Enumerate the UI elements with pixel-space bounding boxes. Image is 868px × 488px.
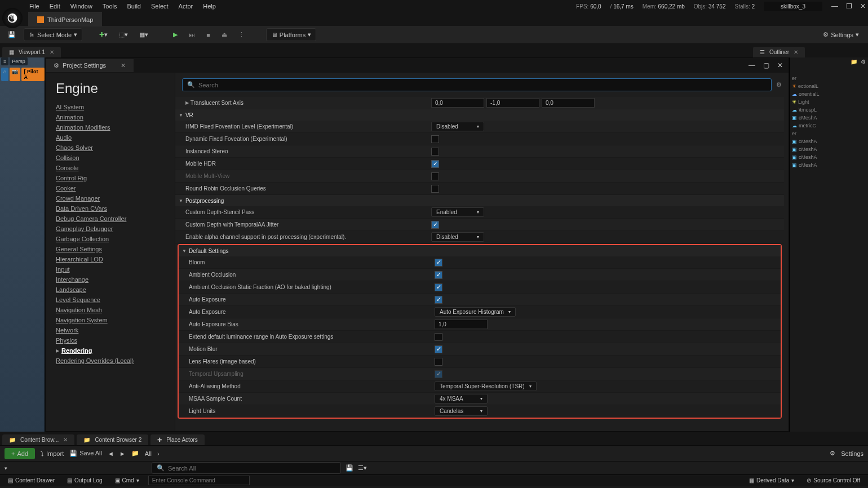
stop-icon[interactable]: ■ (203, 29, 214, 41)
history-fwd-icon[interactable]: ► (119, 450, 126, 457)
sidebar-item-garbage-collection[interactable]: Garbage Collection (56, 234, 175, 244)
sidebar-item-collision[interactable]: Collision (56, 153, 175, 163)
tab-project-settings[interactable]: ⚙ Project Settings ✕ (46, 59, 134, 72)
camera-icon[interactable]: 📷 (10, 68, 20, 81)
add-content-icon[interactable]: ✚▾ (96, 29, 111, 41)
outliner-item[interactable]: ☁onentialL (790, 90, 868, 98)
sidebar-item-navigation-mesh[interactable]: Navigation Mesh (56, 305, 175, 315)
instanced-stereo-checkbox[interactable] (431, 148, 439, 156)
menu-file[interactable]: File (29, 3, 39, 10)
auto-exposure-checkbox[interactable]: ✓ (435, 296, 442, 304)
sidebar-item-hierarchical-lod[interactable]: Hierarchical LOD (56, 254, 175, 264)
perspective-dropdown[interactable]: Persp (10, 57, 28, 65)
mobile-hdr-checkbox[interactable]: ✓ (431, 160, 439, 168)
sidebar-item-landscape[interactable]: Landscape (56, 285, 175, 295)
sidebar-item-console[interactable]: Console (56, 163, 175, 173)
round-robin-occlusion-checkbox[interactable] (431, 185, 439, 193)
tab-content-browser[interactable]: 📁Content Brow...✕ (2, 434, 74, 445)
tsa-x-input[interactable]: 0,0 (431, 98, 484, 108)
tsa-z-input[interactable]: 0,0 (542, 98, 595, 108)
sidebar-item-physics[interactable]: Physics (56, 335, 175, 345)
extend-luminance-checkbox[interactable] (435, 333, 442, 341)
search-input[interactable]: 🔍 (182, 78, 772, 91)
sidebar-item-network[interactable]: Network (56, 325, 175, 335)
menu-select[interactable]: Select (151, 3, 169, 10)
sidebar-item-animation[interactable]: Animation (56, 112, 175, 122)
outliner-item[interactable]: ☀Light (790, 98, 868, 106)
expand-icon[interactable]: ▶ (185, 100, 189, 105)
skip-icon[interactable]: ⏭ (185, 29, 198, 41)
tab-level[interactable]: ThirdPersonMap (28, 12, 102, 26)
outliner-item[interactable]: er (790, 130, 868, 137)
sidebar-item-level-sequence[interactable]: Level Sequence (56, 295, 175, 305)
minimize-icon[interactable]: — (749, 61, 755, 69)
category-default-settings[interactable]: ▼Default Settings (179, 245, 781, 256)
user-badge[interactable]: skillbox_3 (764, 2, 822, 11)
cmd-dropdown[interactable]: ▣Cmd▾ (112, 476, 143, 485)
viewport-menu[interactable]: ≡ (1, 57, 8, 65)
sidebar-item-navigation-system[interactable]: Navigation System (56, 315, 175, 325)
menu-actor[interactable]: Actor (179, 3, 193, 10)
content-drawer-button[interactable]: ▤Content Drawer (5, 476, 58, 485)
minimize-icon[interactable]: — (831, 2, 838, 10)
light-units-dropdown[interactable]: Candelas▾ (435, 406, 488, 416)
import-button[interactable]: ⤵Import (41, 450, 64, 457)
outliner-item[interactable]: ▣cMeshA (790, 161, 868, 169)
outliner-item[interactable]: ▣cMeshA (790, 145, 868, 153)
play-icon[interactable]: ▶ (170, 29, 181, 41)
alpha-channel-dropdown[interactable]: Disabled▾ (431, 232, 484, 242)
filter-icon[interactable]: ☰▾ (358, 464, 367, 472)
sidebar-item-data-driven-cvars[interactable]: Data Driven CVars (56, 203, 175, 214)
folder-icon[interactable]: 📁 (131, 450, 139, 457)
category-postprocessing[interactable]: ▼Postprocessing (175, 195, 784, 206)
menu-help[interactable]: Help (203, 3, 216, 10)
save-icon[interactable]: 💾 (5, 29, 19, 41)
category-vr[interactable]: ▼VR (175, 109, 784, 121)
sidebar-item-audio[interactable]: Audio (56, 132, 175, 143)
menu-build[interactable]: Build (127, 3, 141, 10)
menu-window[interactable]: Window (70, 3, 92, 10)
output-log-button[interactable]: ▤Output Log (64, 476, 105, 485)
gear-icon[interactable]: ⚙ (861, 59, 866, 65)
motion-blur-checkbox[interactable]: ✓ (435, 345, 442, 353)
sidebar-item-general-settings[interactable]: General Settings (56, 244, 175, 254)
outliner-item[interactable]: ▣cMeshA (790, 114, 868, 122)
sidebar-item-rendering[interactable]: Rendering (61, 345, 92, 356)
history-back-icon[interactable]: ◄ (108, 450, 114, 457)
sidebar-item-gameplay-debugger[interactable]: Gameplay Debugger (56, 224, 175, 234)
console-input[interactable] (148, 476, 250, 485)
tab-place-actors[interactable]: ✚Place Actors (150, 434, 205, 445)
close-icon[interactable]: ✕ (794, 49, 798, 55)
gear-icon[interactable]: ⚙ (830, 450, 835, 457)
sidebar-item-interchange[interactable]: Interchange (56, 274, 175, 285)
close-icon[interactable]: ✕ (860, 2, 866, 10)
sidebar-item-chaos-solver[interactable]: Chaos Solver (56, 143, 175, 153)
custom-depth-stencil-dropdown[interactable]: Enabled▾ (431, 207, 484, 217)
close-icon[interactable]: ✕ (777, 61, 783, 69)
save-all-button[interactable]: 💾Save All (69, 450, 102, 457)
sidebar-item-animation-modifiers[interactable]: Animation Modifiers (56, 122, 175, 132)
new-folder-icon[interactable]: 📁 (851, 59, 857, 65)
derived-data-button[interactable]: ▦Derived Data▾ (746, 476, 798, 485)
outliner-item[interactable]: ☀ectionalL (790, 82, 868, 90)
save-view-icon[interactable]: 💾 (346, 464, 353, 472)
content-search-input[interactable]: 🔍 (152, 462, 341, 474)
anti-aliasing-dropdown[interactable]: Temporal Super-Resolution (TSR)▾ (435, 381, 537, 391)
outliner-item[interactable]: ☁\tmospL (790, 106, 868, 114)
outliner-item[interactable]: ☁metricC (790, 122, 868, 130)
bloom-checkbox[interactable]: ✓ (435, 259, 442, 267)
settings-dropdown[interactable]: ⚙ Settings ▾ (818, 29, 863, 41)
outliner-item[interactable]: ▣cMeshA (790, 137, 868, 145)
select-mode-dropdown[interactable]: 🖱 Select Mode ▾ (24, 28, 82, 41)
maximize-icon[interactable]: ❐ (846, 2, 852, 10)
lens-flares-checkbox[interactable] (435, 358, 442, 366)
tab-viewport[interactable]: ▦ Viewport 1 ✕ (2, 47, 61, 57)
search-options-icon[interactable]: ⚙ (776, 81, 782, 88)
hmd-foveation-dropdown[interactable]: Disabled▾ (431, 122, 484, 131)
auto-exposure-dropdown[interactable]: Auto Exposure Histogram▾ (435, 307, 516, 317)
sidebar-item-control-rig[interactable]: Control Rig (56, 173, 175, 183)
viewport[interactable]: ≡ Persp ⌂ 📷 [ Pilot A (0, 57, 45, 432)
ambient-occlusion-checkbox[interactable]: ✓ (435, 271, 442, 279)
settings-label[interactable]: Settings (841, 450, 863, 457)
play-options-icon[interactable]: ⋮ (235, 29, 248, 41)
